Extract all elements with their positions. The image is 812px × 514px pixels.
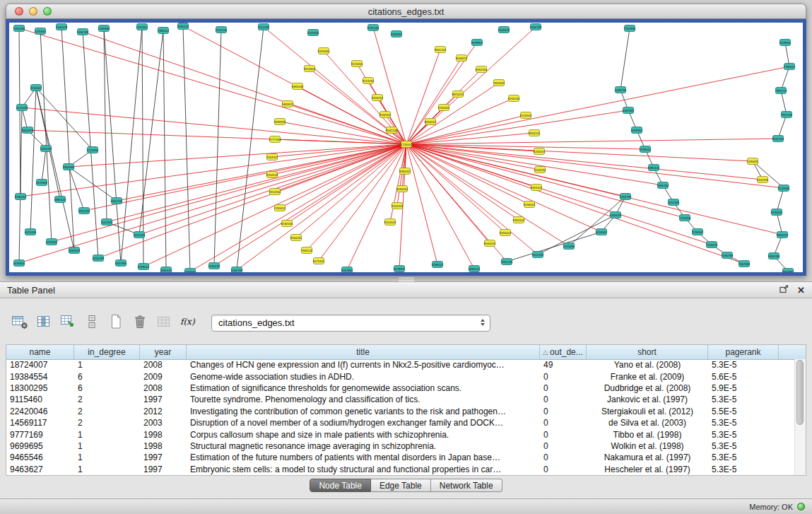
graph-node[interactable]: 8543210 [484, 240, 496, 247]
graph-node[interactable]: 2434567 [391, 31, 403, 37]
graph-node[interactable]: 4890123 [160, 267, 172, 273]
graph-node[interactable]: 1650789 [77, 29, 89, 35]
table-row[interactable]: 1830029562008Estimation of significance … [6, 382, 795, 394]
graph-node[interactable]: 2767890 [624, 25, 636, 32]
graph-node[interactable]: 3120456 [16, 105, 28, 111]
graph-node[interactable]: 4678901 [13, 260, 25, 267]
float-panel-icon[interactable] [779, 285, 789, 296]
graph-node[interactable]: 5345678 [208, 263, 220, 269]
close-window-button[interactable] [15, 7, 23, 16]
graph-node[interactable]: 3780012 [15, 194, 27, 200]
graph-node[interactable]: 4345678 [69, 247, 81, 254]
graph-node[interactable]: 6456789 [620, 194, 632, 200]
graph-node[interactable]: 9465546 [292, 83, 304, 90]
graph-node[interactable]: 9324051 [372, 95, 384, 101]
graph-node[interactable]: 5234567 [184, 269, 196, 273]
graph-node[interactable]: 5123456 [87, 147, 99, 153]
graph-node[interactable]: 8673401 [313, 258, 325, 264]
graph-node[interactable]: 8678901 [471, 40, 483, 46]
table-row[interactable]: 2242004622012Investigating the contribut… [6, 406, 795, 417]
graph-node[interactable]: 8123456 [778, 185, 790, 192]
row-options-button[interactable] [82, 313, 101, 332]
new-table-button[interactable] [106, 313, 125, 332]
graph-node[interactable]: 2545678 [498, 27, 510, 33]
graph-node[interactable]: 7123456 [679, 215, 691, 221]
graph-node[interactable]: 9354120 [529, 130, 541, 136]
graph-node[interactable]: 5789012 [432, 262, 444, 268]
graph-node[interactable]: 7012345 [668, 199, 680, 206]
graph-node[interactable]: 7890123 [775, 88, 787, 94]
tab-node-table[interactable]: Node Table [310, 479, 371, 492]
graph-node[interactable]: 1648794 [615, 87, 627, 93]
graph-node[interactable]: 8354102 [513, 217, 525, 223]
graph-node[interactable]: 1540678 [56, 24, 68, 30]
graph-node[interactable]: 7567890 [739, 261, 751, 267]
graph-node[interactable]: 8213450 [363, 78, 375, 84]
graph-node[interactable]: 3670901 [36, 180, 48, 186]
graph-node[interactable]: 7345678 [706, 242, 718, 248]
graph-node[interactable]: 4456789 [93, 255, 105, 262]
table-row[interactable]: 1456911722003Disruption of a novel membe… [6, 417, 795, 428]
network-canvas[interactable]: 1724047832569491184609465546946362796996… [9, 23, 803, 272]
import-table-button[interactable] [58, 313, 77, 332]
graph-node[interactable]: 1320456 [13, 25, 25, 32]
graph-node[interactable]: 9145230 [534, 167, 546, 173]
panel-splitter[interactable] [0, 276, 812, 281]
delete-table-button[interactable] [130, 313, 149, 332]
table-row[interactable]: 969969511998Structural magnetic resonanc… [6, 440, 795, 452]
graph-node[interactable]: 1870901 [136, 24, 148, 30]
graph-node[interactable]: 8452310 [476, 66, 488, 73]
graph-node[interactable]: 7678901 [779, 40, 792, 46]
graph-node[interactable]: 5567890 [341, 267, 353, 273]
column-header-year[interactable]: year [140, 345, 187, 359]
scrollbar-thumb[interactable] [796, 360, 804, 425]
graph-node[interactable]: 6234567 [596, 229, 608, 235]
graph-node[interactable]: 8124503 [520, 112, 532, 119]
graph-node[interactable]: 6890123 [648, 165, 660, 171]
zoom-window-button[interactable] [43, 7, 52, 16]
graph-node[interactable]: 8314520 [384, 219, 396, 226]
graph-node[interactable]: 9234510 [524, 201, 536, 208]
table-row[interactable]: 911546021997Tourette syndrome. Phenomeno… [6, 394, 795, 405]
function-builder-button[interactable]: f(x) [178, 313, 197, 332]
graph-node[interactable]: 9542130 [386, 127, 398, 134]
graph-node[interactable]: 6901234 [657, 182, 669, 189]
graph-node[interactable]: 6567890 [623, 107, 635, 114]
graph-node[interactable]: 9204315 [392, 203, 404, 209]
graph-node[interactable]: 1724047 [401, 141, 413, 148]
graph-node[interactable]: 4234567 [46, 239, 58, 245]
graph-node[interactable]: 2101234 [216, 27, 228, 33]
graph-node[interactable]: 9699695 [274, 119, 286, 125]
graph-node[interactable]: 6123456 [563, 243, 575, 250]
graph-node[interactable]: 4901234 [111, 198, 123, 204]
graph-node[interactable]: 9453012 [500, 230, 512, 236]
graph-node[interactable]: 8654012 [425, 119, 437, 125]
graph-node[interactable]: 9152304 [269, 189, 281, 195]
column-header-pagerank[interactable]: pagerank [708, 345, 779, 359]
column-header-out_degree[interactable]: △out_de... [540, 345, 587, 359]
graph-node[interactable]: 2656789 [530, 24, 542, 30]
graph-node[interactable]: 9245130 [508, 95, 520, 102]
tab-edge-table[interactable]: Edge Table [371, 479, 431, 492]
graph-node[interactable]: 6678901 [631, 127, 643, 134]
graph-node[interactable]: 3901234 [78, 208, 90, 214]
graph-node[interactable]: 3340678 [22, 127, 34, 134]
graph-node[interactable]: 7253412 [274, 205, 286, 211]
graph-node[interactable]: 1430567 [35, 28, 47, 35]
graph-node[interactable]: 5901234 [501, 259, 513, 265]
minimize-window-button[interactable] [29, 7, 37, 16]
table-row[interactable]: 946554611997Estimation of the future num… [6, 452, 795, 463]
graph-node[interactable]: 8567890 [782, 269, 794, 273]
graph-node[interactable]: 3450789 [40, 146, 52, 152]
table-settings-button[interactable] [10, 313, 29, 332]
column-header-name[interactable]: name [6, 345, 74, 359]
splitter-grip[interactable] [399, 276, 414, 281]
graph-node[interactable]: 8345678 [777, 232, 789, 238]
graph-node[interactable]: 8131046 [367, 25, 379, 31]
graph-node[interactable]: 8094532 [396, 186, 408, 192]
graph-node[interactable]: 5456789 [231, 267, 243, 273]
graph-node[interactable]: 3230567 [30, 85, 42, 91]
graph-node[interactable]: 9764301 [438, 105, 450, 111]
graph-node[interactable]: 8234015 [534, 148, 546, 155]
table-row[interactable]: 1872400712008Changes of HCN gene express… [6, 359, 795, 370]
